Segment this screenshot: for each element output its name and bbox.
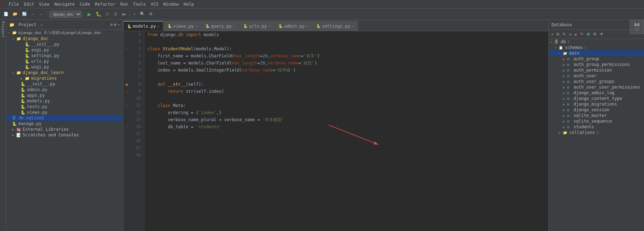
expand-icon[interactable]: ⊞ [114, 22, 117, 27]
db-auth_user_groups[interactable]: ▶ ⊞ auth_user_groups [549, 79, 644, 84]
tree-asgi[interactable]: 🐍 asgi.py [6, 47, 123, 53]
db-edit-button[interactable]: ✎ [579, 32, 584, 37]
db-auth_group[interactable]: ▶ ⊞ auth_group [549, 56, 644, 62]
db-students[interactable]: ▶ ⊞ students [549, 124, 644, 130]
collapse-icon[interactable]: − [118, 22, 120, 27]
tab-urls-py[interactable]: 🐍 urls.py × [239, 21, 275, 31]
settings-button[interactable]: ⚙ [148, 11, 154, 17]
tree-django_doc[interactable]: ▾ 📁 django_doc [6, 36, 123, 41]
tree-manage[interactable]: 🐍 manage.py [6, 121, 123, 126]
urls-tab-close[interactable]: × [268, 24, 270, 28]
tree-django_doc_learn[interactable]: ▾ 📁 django_doc_learn [6, 70, 123, 75]
db-aug-icon: ⊞ [567, 80, 573, 84]
tree-urls-1[interactable]: 🐍 urls.py [6, 58, 123, 64]
plain-8b [165, 81, 168, 88]
tree-root-path[interactable]: ▾ 📁 django_doc E:\培训\django\django_doc [6, 30, 123, 36]
menu-code[interactable]: Code [78, 1, 92, 7]
db-filter-button[interactable]: ⚙ [592, 32, 598, 37]
db-stop-button[interactable]: ■ [574, 32, 578, 37]
db-auth_group_perm[interactable]: ▶ ⊞ auth_group_permissions [549, 62, 644, 67]
fold-14[interactable]: ▾ [126, 125, 128, 129]
admin-tab-close[interactable]: × [306, 24, 308, 28]
step-button[interactable]: ⏭ [120, 11, 127, 17]
tree-migrations[interactable]: ▶ 📁 migrations [6, 75, 123, 81]
menu-window[interactable]: Window [161, 1, 181, 7]
code-content[interactable]: from django.db import models class Stude… [145, 31, 548, 231]
gutter-8: ● [123, 81, 130, 88]
db-collations[interactable]: ▶ 📁 collations 3 [549, 130, 644, 135]
menu-refactor[interactable]: Refactor [93, 1, 118, 7]
tree-models[interactable]: 🐍 models.py [6, 98, 123, 104]
tree-init-2[interactable]: 🐍 __init__.py [6, 81, 123, 87]
vcs-button[interactable]: ⑂ [132, 11, 137, 17]
new-file-button[interactable]: 📄 [2, 11, 10, 17]
query-tab-close[interactable]: × [233, 24, 235, 28]
menu-tools[interactable]: Tools [131, 1, 148, 7]
fold-11[interactable]: ▾ [126, 104, 128, 107]
search-button[interactable]: 🔍 [139, 11, 146, 17]
project-side-label[interactable]: Project [0, 20, 6, 231]
menu-view[interactable]: View [37, 1, 51, 7]
db-ds-icon: ⊞ [567, 108, 573, 112]
profile-button[interactable]: ⏱ [112, 11, 119, 17]
db-django_content_type[interactable]: ▶ ⊞ django_content_type [549, 96, 644, 101]
tab-query-py[interactable]: 🐍 query.py × [202, 21, 239, 31]
db-root[interactable]: ▾ 🗄 db 1 [549, 39, 644, 45]
db-copy-button[interactable]: ⧉ [555, 32, 560, 37]
db-sqlite_sequence[interactable]: ▶ ⊞ sqlite_sequence [549, 118, 644, 124]
menu-run[interactable]: Run [118, 1, 130, 7]
run-button[interactable]: ▶ [86, 11, 93, 18]
tree-apps[interactable]: 🐍 apps.py [6, 92, 123, 98]
tab-models-py[interactable]: 🐍 models.py × [123, 21, 163, 31]
tree-tests[interactable]: 🐍 tests.py [6, 104, 123, 109]
migrations-arrow: ▶ [21, 77, 25, 80]
settings-tab-close[interactable]: × [352, 24, 354, 28]
tree-ext-libs[interactable]: ▶ 📚 External Libraries [6, 126, 123, 132]
db-refresh-button[interactable]: ↻ [561, 32, 567, 37]
db-console-button[interactable]: ⊞ [586, 32, 591, 37]
tree-admin[interactable]: 🐍 admin.py [6, 87, 123, 92]
tree-settings-1[interactable]: 🐍 settings.py [6, 53, 123, 58]
debug-button[interactable]: 🐛 [94, 11, 103, 17]
db-django_session[interactable]: ▶ ⊞ django_session [549, 107, 644, 113]
forward-button[interactable]: → [38, 11, 45, 17]
db-agp-arrow: ▶ [563, 63, 567, 67]
back-button[interactable]: ← [30, 11, 36, 17]
db-add-button[interactable]: + [550, 32, 554, 37]
views-tab-close[interactable]: × [195, 24, 197, 28]
db-django_migrations[interactable]: ▶ ⊞ django_migrations [549, 101, 644, 107]
open-button[interactable]: 📂 [11, 11, 19, 17]
db-main[interactable]: ▾ 📁 main [549, 50, 644, 56]
menu-navigate[interactable]: Navigate [52, 1, 77, 7]
menu-edit[interactable]: Edit [22, 1, 36, 7]
fold-9[interactable]: ▾ [126, 90, 128, 93]
db-props-button[interactable]: ≡ [568, 32, 572, 37]
gear-icon[interactable]: ⚙ [110, 22, 113, 27]
models-tab-close[interactable]: × [157, 24, 159, 28]
scratches-label: Scratches and Consoles [23, 133, 79, 137]
db-auth_permission[interactable]: ▶ ⊞ auth_permission [549, 67, 644, 73]
fold-3[interactable]: ▾ [126, 47, 128, 51]
tree-db-sqlite3[interactable]: 🗄 db.sqlite3 [6, 115, 123, 121]
tree-wsgi[interactable]: 🐍 wsgi.py [6, 64, 123, 70]
coverage-button[interactable]: 🛡 [104, 11, 111, 17]
db-ss-label: sqlite_sequence [574, 119, 612, 124]
tab-settings-py[interactable]: 🐍 settings.py × [312, 21, 358, 31]
project-dropdown[interactable]: django_doc [49, 11, 81, 18]
apps-icon: 🐍 [21, 93, 26, 98]
tab-admin-py[interactable]: 🐍 admin.py × [275, 21, 312, 31]
db-sqlite_master[interactable]: ▶ ⊞ sqlite_master [549, 113, 644, 118]
menu-file[interactable]: File [6, 1, 21, 7]
sync-button[interactable]: 🔄 [21, 11, 28, 17]
menu-help[interactable]: Help [182, 1, 196, 7]
tree-scratches[interactable]: ▶ 📝 Scratches and Consoles [6, 132, 123, 138]
tab-views-py[interactable]: 🐍 views.py × [164, 21, 201, 31]
db-filter2-button[interactable]: ⧩ [599, 32, 604, 37]
tree-views[interactable]: 🐍 views.py [6, 109, 123, 115]
db-auth_user[interactable]: ▶ ⊞ auth_user [549, 73, 644, 79]
db-schemas[interactable]: ▾ 📋 schemas 1 [549, 45, 644, 50]
db-auth_user_user_perm[interactable]: ▶ ⊞ auth_user_user_permissions [549, 84, 644, 90]
menu-vcs[interactable]: VCS [148, 1, 160, 7]
db-django_admin_log[interactable]: ▶ ⊞ django_admin_log [549, 90, 644, 96]
tree-init-1[interactable]: 🐍 __init__.py [6, 41, 123, 47]
